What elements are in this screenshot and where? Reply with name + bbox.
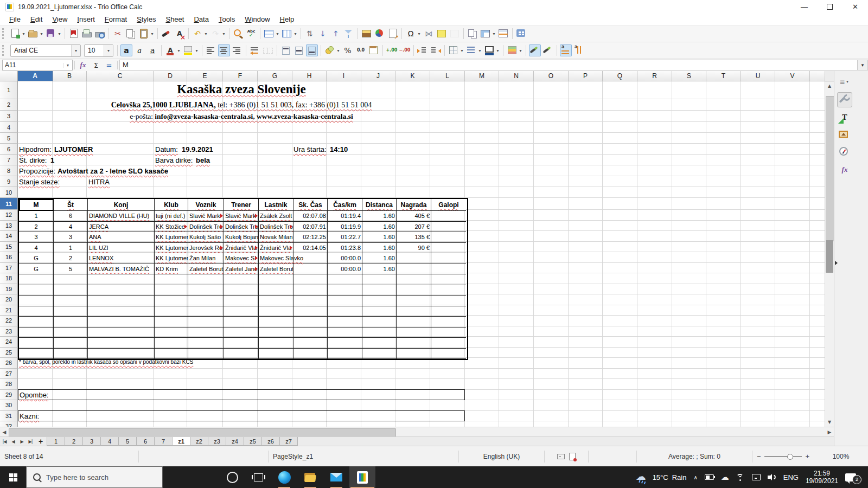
cell-H19[interactable]	[293, 285, 328, 296]
print-button[interactable]	[81, 28, 93, 40]
cell-H23[interactable]	[293, 328, 328, 338]
cell-B17[interactable]: 5	[54, 264, 88, 275]
cell-L16[interactable]	[431, 253, 466, 264]
toolbar-grip[interactable]	[2, 45, 7, 56]
menu-sheet[interactable]: Sheet	[161, 14, 189, 24]
cell-A21[interactable]	[19, 306, 54, 317]
redo-dropdown-icon[interactable]: ▾	[221, 31, 226, 36]
cell-D20[interactable]	[155, 296, 188, 306]
pivot-table-button[interactable]	[387, 28, 399, 40]
align-center-button[interactable]	[218, 44, 230, 56]
taskbar-app-mail[interactable]	[323, 466, 349, 488]
cell-E20[interactable]	[188, 296, 224, 306]
increase-indent-button[interactable]	[417, 44, 429, 56]
column-header-O[interactable]: O	[534, 71, 569, 81]
border-style-dropdown-icon[interactable]: ▾	[477, 48, 482, 53]
vertical-scrollbar[interactable]: ▲ ▼	[825, 81, 834, 427]
row-header-20[interactable]: 20	[0, 294, 18, 305]
display-status-icon[interactable]	[752, 474, 761, 480]
cell-D18[interactable]	[155, 274, 188, 285]
cut-button[interactable]: ✂	[112, 28, 124, 40]
find-and-replace-button[interactable]	[232, 28, 244, 40]
scroll-up-icon[interactable]: ▲	[825, 81, 834, 91]
cell-E14[interactable]: Kukolj Sašo	[188, 232, 224, 243]
minimize-button[interactable]: —	[792, 0, 817, 14]
row-header-21[interactable]: 21	[0, 305, 18, 316]
taskbar-app-cortana[interactable]	[219, 466, 245, 488]
sheet-tab-2[interactable]: 2	[65, 437, 83, 446]
currency-dropdown-icon[interactable]: ▾	[336, 48, 341, 53]
column-header-D[interactable]: D	[154, 71, 187, 81]
open-button[interactable]: ▾	[27, 28, 44, 40]
cell-I21[interactable]	[328, 306, 362, 317]
battery-icon[interactable]	[705, 474, 714, 480]
cell-K24[interactable]	[397, 338, 431, 349]
align-left-button[interactable]	[205, 44, 217, 56]
cell-E22[interactable]	[188, 317, 224, 328]
cell-C25[interactable]	[88, 349, 155, 359]
cell-E15[interactable]: Jerovšek Ro	[188, 243, 224, 254]
doc-address[interactable]: Celovška 25,1000 LJUBLJANA, tel: +386 (0…	[18, 101, 465, 110]
cell-I24[interactable]	[328, 338, 362, 349]
cell-E23[interactable]	[188, 328, 224, 338]
taskbar-app-task-view[interactable]	[245, 466, 271, 488]
cell-F24[interactable]	[224, 338, 259, 349]
cell-A24[interactable]	[19, 338, 54, 349]
cell-C13[interactable]: JERCA	[88, 222, 155, 233]
cell-F22[interactable]	[224, 317, 259, 328]
cell-I11[interactable]: Čas/km	[328, 199, 362, 211]
doc-title[interactable]: Kasaška zveza Slovenije	[18, 82, 465, 97]
scroll-down-icon[interactable]: ▼	[825, 418, 834, 427]
row-header-25[interactable]: 25	[0, 348, 18, 358]
row-header-29[interactable]: 29	[0, 390, 18, 401]
cell-H21[interactable]	[293, 306, 328, 317]
cell-G11[interactable]: Lastnik	[259, 199, 293, 211]
underline-button[interactable]: a	[146, 44, 158, 56]
row-header-14[interactable]: 14	[0, 231, 18, 242]
cell-L11[interactable]: Galopi	[431, 199, 466, 211]
row-header-9[interactable]: 9	[0, 176, 18, 187]
number-format-button[interactable]: 0.0	[355, 44, 367, 56]
sheet-tab-z4[interactable]: z4	[226, 437, 244, 446]
cell-F13[interactable]: Dolinšek Tro	[224, 222, 259, 233]
row-header-22[interactable]: 22	[0, 316, 18, 326]
cell-I13[interactable]: 01:19.9	[328, 222, 362, 233]
cell-G21[interactable]	[259, 306, 293, 317]
cell-K13[interactable]: 207 €	[397, 222, 431, 233]
row-header-13[interactable]: 13	[0, 221, 18, 232]
percent-button[interactable]: %	[342, 44, 354, 56]
next-sheet-button[interactable]: ▶	[17, 437, 26, 446]
language-status[interactable]: English (UK)	[459, 453, 544, 460]
cell-H25[interactable]	[293, 349, 328, 359]
formula-input[interactable]: M	[119, 60, 857, 70]
cell-B13[interactable]: 4	[54, 222, 88, 233]
menu-file[interactable]: File	[4, 14, 25, 24]
onedrive-cloud-icon[interactable]: ☁	[721, 473, 729, 481]
align-top-button[interactable]	[280, 44, 292, 56]
menu-help[interactable]: Help	[275, 14, 299, 24]
cell-I20[interactable]	[328, 296, 362, 306]
properties-icon[interactable]	[837, 92, 852, 107]
cell-B16[interactable]: 2	[54, 253, 88, 264]
merge-cells-button[interactable]	[262, 44, 274, 56]
edit-pen-secondary-button[interactable]	[542, 44, 554, 56]
sum-button[interactable]: Σ	[90, 60, 103, 70]
row-header-26[interactable]: 26	[0, 358, 18, 369]
cell-L15[interactable]	[431, 243, 466, 254]
cell-H18[interactable]	[293, 274, 328, 285]
copy-button[interactable]	[125, 28, 137, 40]
cell-A16[interactable]: G	[19, 253, 54, 264]
cell-G25[interactable]	[259, 349, 293, 359]
borders-button[interactable]: ▾	[448, 44, 464, 56]
functions-icon[interactable]: fx	[838, 163, 852, 177]
border-style-button[interactable]: ▾	[465, 44, 482, 56]
cell-A13[interactable]: 2	[19, 222, 54, 233]
column-header-J[interactable]: J	[361, 71, 395, 81]
align-right-button[interactable]	[231, 44, 243, 56]
cell-C22[interactable]	[88, 317, 155, 328]
print-preview-button[interactable]	[94, 28, 106, 40]
expand-formula-bar-icon[interactable]: ▼	[857, 60, 868, 70]
highlighting-color-button[interactable]: ▾	[182, 44, 199, 56]
cell-D11[interactable]: Klub	[155, 199, 188, 211]
sort-ascending-button[interactable]: ↑	[330, 28, 342, 40]
